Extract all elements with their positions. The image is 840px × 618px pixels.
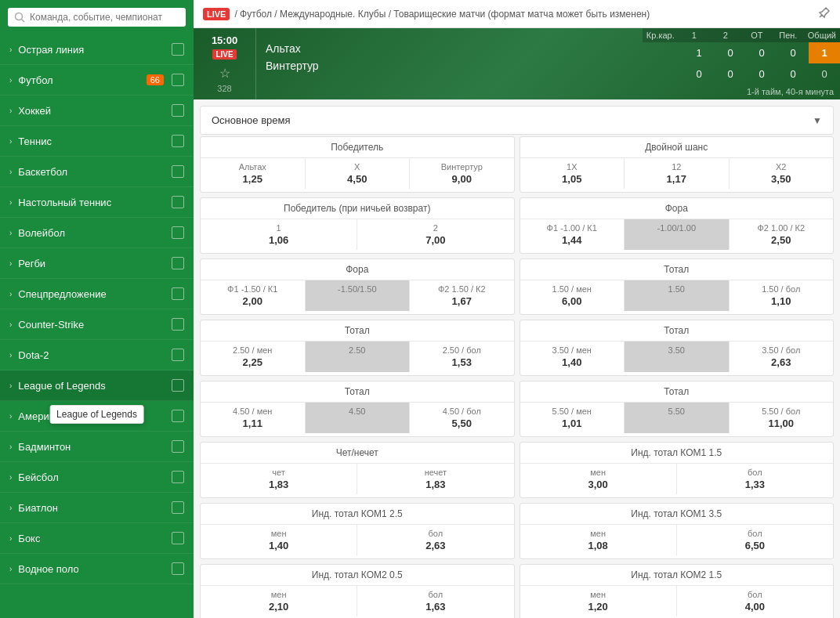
sidebar-checkbox[interactable] — [172, 165, 184, 178]
bet-option[interactable]: 5.50 / бол11,00 — [730, 403, 834, 433]
bet-option[interactable]: Альтах1,25 — [201, 158, 306, 189]
betting-row: ПобедительАльтах1,25X4,50Винтертур9,00Дв… — [200, 136, 834, 193]
sidebar-checkbox[interactable] — [172, 501, 184, 514]
sidebar-item-vodnoe-polo[interactable]: › Водное поло — [0, 554, 194, 584]
bet-option[interactable]: чет1,83 — [201, 464, 357, 494]
sidebar-checkbox[interactable] — [172, 532, 184, 544]
score-header-0: Кр.кар. — [643, 28, 679, 42]
sidebar-item-right — [172, 287, 184, 300]
sidebar-checkbox[interactable] — [172, 74, 184, 86]
bet-value: 1,01 — [562, 417, 581, 429]
bet-option[interactable]: 2.50 / бол1,53 — [410, 342, 514, 372]
sidebar: › Острая линия › Футбол 66 › Хоккей › Те… — [0, 0, 194, 618]
bet-option[interactable]: бол6,50 — [677, 525, 833, 555]
sidebar-checkbox[interactable] — [172, 43, 184, 56]
bet-option[interactable]: мен3,00 — [520, 464, 677, 494]
bet-option[interactable]: 4.50 / мен1,11 — [201, 403, 306, 433]
bet-option[interactable]: бол4,00 — [677, 586, 833, 616]
sidebar-item-regbi[interactable]: › Регби — [0, 248, 194, 279]
sidebar-item-label: Теннис — [18, 136, 52, 147]
sidebar-item-basketbol[interactable]: › Баскетбол — [0, 157, 194, 187]
sidebar-item-futbol[interactable]: › Футбол 66 — [0, 65, 194, 96]
sidebar-checkbox[interactable] — [172, 440, 184, 453]
bet-option[interactable]: мен1,20 — [520, 586, 677, 616]
sidebar-checkbox[interactable] — [172, 287, 184, 300]
sidebar-checkbox[interactable] — [172, 318, 184, 331]
bet-option[interactable]: 27,00 — [357, 219, 513, 250]
sidebar-item-counter-strike[interactable]: › Counter-Strike — [0, 309, 194, 340]
bet-option[interactable]: Ф1 -1.50 / К12,00 — [201, 280, 306, 311]
bet-label: бол — [429, 529, 444, 538]
score-header-1: 1 — [679, 28, 710, 42]
sidebar-item-nastolny-tennis[interactable]: › Настольный теннис — [0, 187, 194, 218]
chevron-right-icon: › — [9, 229, 12, 237]
sidebar-checkbox[interactable] — [172, 135, 184, 147]
team1-name: Альтах — [266, 42, 633, 55]
sidebar-checkbox[interactable] — [172, 410, 184, 422]
sidebar-checkbox[interactable] — [172, 349, 184, 361]
search-input[interactable] — [30, 12, 179, 23]
bet-option[interactable]: бол2,63 — [357, 525, 513, 555]
sidebar-item-left: › Биатлон — [9, 502, 58, 514]
sidebar-item-badminton[interactable]: › Бадминтон — [0, 432, 194, 462]
bet-option[interactable]: X4,50 — [306, 158, 411, 189]
bet-option[interactable]: 3.50 / бол2,63 — [730, 342, 834, 372]
sidebar-item-baseball[interactable]: › Бейсбол — [0, 462, 194, 493]
top-bar: LIVE / Футбол / Международные. Клубы / Т… — [194, 0, 840, 28]
search-input-wrap[interactable] — [8, 8, 186, 27]
bet-option[interactable]: мен2,10 — [201, 586, 357, 616]
sidebar-item-label: Counter-Strike — [18, 319, 84, 331]
sidebar-item-ostraya-liniya[interactable]: › Острая линия — [0, 34, 194, 65]
bet-option[interactable]: X23,50 — [730, 158, 834, 189]
sidebar-checkbox[interactable] — [172, 226, 184, 239]
sidebar-item-hokkei[interactable]: › Хоккей — [0, 96, 194, 126]
bet-option[interactable]: 3.50 / мен1,40 — [520, 342, 625, 372]
sidebar-item-tennis[interactable]: › Теннис — [0, 126, 194, 157]
bet-option[interactable]: 1.50 / мен6,00 — [520, 280, 625, 311]
bet-option: 1.50 — [625, 280, 730, 311]
sidebar-item-label: League of Legends — [18, 380, 105, 392]
sidebar-item-specpredlozhenie[interactable]: › Спецпредложение — [0, 279, 194, 309]
score-header-2: 2 — [710, 28, 741, 42]
bet-option[interactable]: Ф2 1.50 / К21,67 — [410, 280, 514, 311]
betting-left: ПобедительАльтах1,25X4,50Винтертур9,00 — [200, 136, 515, 193]
bet-option[interactable]: бол1,63 — [357, 586, 513, 616]
bet-option[interactable]: нечет1,83 — [357, 464, 513, 494]
sidebar-checkbox[interactable] — [172, 196, 184, 208]
score-cell-t1-3: 0 — [746, 63, 777, 85]
bet-option[interactable]: 5.50 / мен1,01 — [520, 403, 625, 433]
section-title: Основное время — [212, 114, 291, 126]
section-header[interactable]: Основное время ▼ — [200, 106, 834, 135]
sidebar-item-biathlon[interactable]: › Биатлон — [0, 493, 194, 523]
betting-row: Тотал2.50 / мен2,252.502.50 / бол1,53Тот… — [200, 320, 834, 376]
bet-option[interactable]: Ф1 -1.00 / К11,44 — [520, 219, 625, 250]
sidebar-item-dota2[interactable]: › Dota-2 — [0, 340, 194, 370]
sidebar-checkbox[interactable] — [172, 379, 184, 392]
sidebar-item-voleybol[interactable]: › Волейбол — [0, 218, 194, 248]
bet-option[interactable]: 2.50 / мен2,25 — [201, 342, 306, 372]
sidebar-checkbox[interactable] — [172, 104, 184, 117]
bet-option[interactable]: мен1,40 — [201, 525, 357, 555]
bet-option[interactable]: бол1,33 — [677, 464, 833, 494]
bet-value: 1,53 — [452, 356, 472, 368]
bet-option[interactable]: Ф2 1.00 / К22,50 — [730, 219, 834, 250]
pin-icon[interactable] — [818, 6, 831, 21]
bet-option[interactable]: 1.50 / бол1,10 — [730, 280, 834, 311]
bet-option[interactable]: 4.50 / бол5,50 — [410, 403, 514, 433]
star-icon[interactable]: ☆ — [219, 66, 230, 81]
bet-option[interactable]: 1X1,05 — [520, 158, 625, 189]
bet-block-инд.-тотал-ком2-0.5: Инд. тотал КОМ2 0.5мен2,10бол1,63 — [200, 564, 515, 618]
bet-option[interactable]: 121,17 — [625, 158, 730, 189]
bet-option[interactable]: мен1,08 — [520, 525, 677, 555]
bet-option[interactable]: Винтертур9,00 — [410, 158, 514, 189]
sidebar-item-label: Хоккей — [18, 105, 51, 117]
sidebar-checkbox[interactable] — [172, 562, 184, 575]
bet-options: чет1,83нечет1,83 — [201, 463, 514, 494]
bet-option[interactable]: 11,06 — [201, 219, 357, 250]
sidebar-checkbox[interactable] — [172, 257, 184, 269]
sidebar-item-boks[interactable]: › Бокс — [0, 523, 194, 554]
sidebar-checkbox[interactable] — [172, 471, 184, 483]
sidebar-item-lol[interactable]: › League of Legends League of Legends — [0, 370, 194, 401]
sidebar-item-left: › Бокс — [9, 533, 40, 544]
match-header-inner: Альтах Винтертур Кр.кар.12ОТПен.Общий 10… — [256, 28, 840, 99]
